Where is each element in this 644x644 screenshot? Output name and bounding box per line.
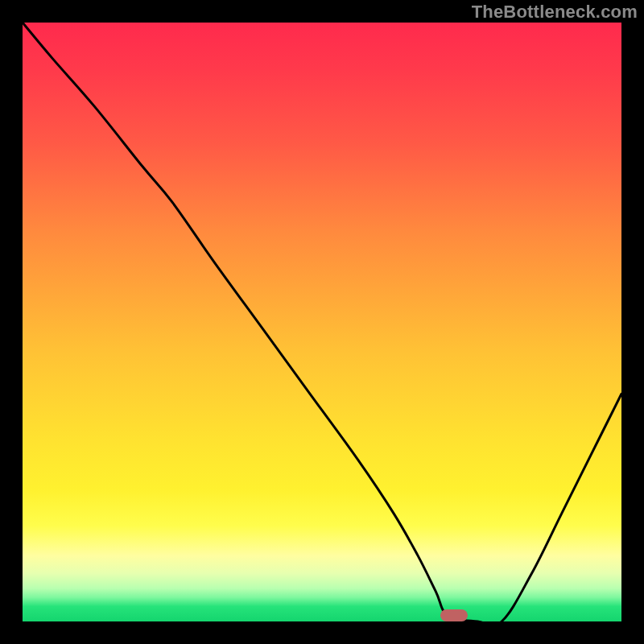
optimal-marker xyxy=(440,609,468,621)
chart-frame: TheBottleneck.com xyxy=(0,0,644,644)
watermark-text: TheBottleneck.com xyxy=(472,2,638,23)
bottleneck-curve xyxy=(23,23,621,621)
